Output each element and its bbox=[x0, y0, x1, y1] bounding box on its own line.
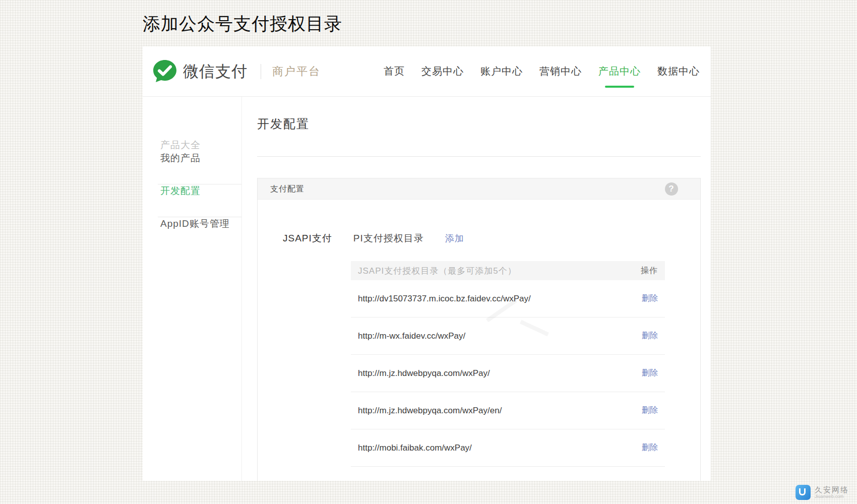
help-question-icon[interactable]: ? bbox=[665, 182, 678, 196]
table-header-action: 操作 bbox=[641, 266, 658, 276]
tab-pay-auth-directory[interactable]: PI支付授权目录 bbox=[353, 232, 424, 245]
site-credit-name: 久安网络 bbox=[815, 485, 849, 494]
panel-body: JSAPI支付 PI支付授权目录 添加 JSAPI支付授权目录（最多可添加5个）… bbox=[258, 200, 700, 467]
brand-name: 微信支付 bbox=[183, 61, 248, 82]
table-row: http://mobi.faibak.com/wxPay/删除 bbox=[351, 429, 665, 467]
table-row: http://m.jz.hdwebpyqa.com/wxPay/删除 bbox=[351, 355, 665, 392]
main-content: 开发配置 支付配置 ? JSAPI支付 PI支付授权目录 添加 JSAPI支付授… bbox=[242, 97, 711, 481]
tab-jsapi-pay[interactable]: JSAPI支付 bbox=[283, 232, 332, 245]
site-credit-domain: Jiuanweb.com bbox=[815, 494, 849, 499]
table-row: http://m-wx.faidev.cc/wxPay/删除 bbox=[351, 318, 665, 355]
delete-link[interactable]: 删除 bbox=[642, 405, 658, 416]
sidebar-item-label: 我的产品 bbox=[160, 153, 201, 163]
auth-directory-url: http://m.jz.hdwebpyqa.com/wxPay/en/ bbox=[358, 406, 502, 416]
auth-directory-url: http://mobi.faibak.com/wxPay/ bbox=[358, 443, 472, 453]
heading-divider bbox=[257, 156, 701, 157]
table-header-title: JSAPI支付授权目录（最多可添加5个） bbox=[358, 265, 517, 277]
nav-item[interactable]: 首页 bbox=[384, 65, 405, 78]
nav-item-label: 产品中心 bbox=[598, 66, 641, 77]
auth-directory-url: http://m.jz.hdwebpyqa.com/wxPay/ bbox=[358, 368, 490, 379]
delete-link[interactable]: 删除 bbox=[642, 293, 658, 304]
sidebar-item[interactable]: 产品大全 bbox=[160, 139, 241, 152]
sidebar-item-label: 产品大全 bbox=[160, 140, 201, 150]
nav-item-label: 交易中心 bbox=[421, 66, 464, 77]
table-row: http://m.jz.hdwebpyqa.com/wxPay/en/删除 bbox=[351, 392, 665, 429]
sidebar-item[interactable]: 我的产品 bbox=[160, 152, 241, 165]
add-link[interactable]: 添加 bbox=[445, 232, 464, 244]
page-heading: 开发配置 bbox=[257, 116, 701, 132]
brand[interactable]: 微信支付 商户平台 bbox=[152, 58, 321, 85]
nav-item-label: 数据中心 bbox=[657, 66, 700, 77]
header: 微信支付 商户平台 首页 交易中心 账户中心 营销中心 产品中心 数据中心 bbox=[143, 46, 711, 97]
nav-item[interactable]: 数据中心 bbox=[657, 65, 700, 78]
delete-link[interactable]: 删除 bbox=[642, 331, 658, 341]
sidebar-item[interactable]: 开发配置 bbox=[160, 184, 241, 198]
sidebar-item[interactable]: AppID账号管理 bbox=[160, 217, 241, 230]
jiuanweb-logo-icon bbox=[795, 485, 811, 500]
sidebar-item-label: 开发配置 bbox=[160, 185, 201, 196]
delete-link[interactable]: 删除 bbox=[642, 368, 658, 379]
active-tab-underline bbox=[605, 86, 634, 88]
sidebar-item-label: AppID账号管理 bbox=[160, 218, 230, 229]
top-nav: 首页 交易中心 账户中心 营销中心 产品中心 数据中心 bbox=[384, 65, 700, 78]
panel-header: 支付配置 ? bbox=[258, 178, 700, 200]
nav-item-label: 账户中心 bbox=[480, 66, 523, 77]
nav-item[interactable]: 账户中心 bbox=[480, 65, 523, 78]
site-credit: 久安网络 Jiuanweb.com bbox=[795, 485, 849, 500]
auth-directory-url: http://dv15073737.m.icoc.bz.faidev.cc/wx… bbox=[358, 294, 531, 304]
nav-item-label: 首页 bbox=[384, 66, 405, 77]
brand-subtitle: 商户平台 bbox=[272, 64, 321, 79]
nav-item[interactable]: 交易中心 bbox=[421, 65, 464, 78]
auth-directory-table: JSAPI支付授权目录（最多可添加5个） 操作 http://dv1507373… bbox=[351, 261, 665, 467]
page-title: 添加公众号支付授权目录 bbox=[143, 12, 342, 36]
table-row: http://dv15073737.m.icoc.bz.faidev.cc/wx… bbox=[351, 280, 665, 318]
brand-divider bbox=[261, 64, 261, 79]
payment-config-panel: 支付配置 ? JSAPI支付 PI支付授权目录 添加 JSAPI支付授权目录（最… bbox=[257, 178, 701, 481]
nav-item[interactable]: 产品中心 bbox=[598, 65, 641, 78]
table-header: JSAPI支付授权目录（最多可添加5个） 操作 bbox=[351, 261, 665, 280]
auth-directory-url: http://m-wx.faidev.cc/wxPay/ bbox=[358, 331, 465, 341]
site-credit-text: 久安网络 Jiuanweb.com bbox=[815, 485, 849, 499]
sidebar: 产品大全 我的产品 开发配置 AppID账号管理 bbox=[143, 97, 242, 481]
merchant-platform-window: 微信支付 商户平台 首页 交易中心 账户中心 营销中心 产品中心 数据中心 产品… bbox=[143, 46, 711, 481]
delete-link[interactable]: 删除 bbox=[642, 443, 658, 453]
payment-tabs: JSAPI支付 PI支付授权目录 添加 bbox=[283, 232, 700, 245]
panel-title: 支付配置 bbox=[270, 184, 304, 193]
wechat-pay-logo-icon bbox=[152, 58, 178, 85]
nav-item[interactable]: 营销中心 bbox=[539, 65, 582, 78]
nav-item-label: 营销中心 bbox=[539, 66, 582, 77]
table-rows: http://dv15073737.m.icoc.bz.faidev.cc/wx… bbox=[351, 280, 665, 467]
content-row: 产品大全 我的产品 开发配置 AppID账号管理 开发配置 支付配置 ? bbox=[143, 97, 711, 481]
